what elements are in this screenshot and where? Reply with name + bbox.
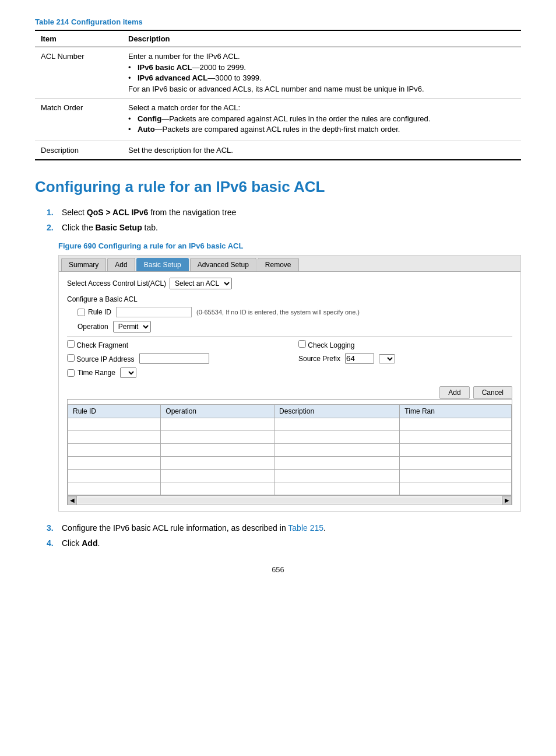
configure-basic-acl-label: Configure a Basic ACL	[67, 295, 512, 303]
step-2: 2. Click the Basic Setup tab.	[47, 223, 521, 232]
table-row	[68, 444, 512, 457]
col-description: Description	[275, 405, 400, 418]
source-ip-label[interactable]: Source IP Address	[67, 354, 135, 363]
tab-add[interactable]: Add	[107, 258, 135, 271]
ui-panel: Summary Add Basic Setup Advanced Setup R…	[58, 255, 521, 512]
item-description: Set the description for the ACL.	[122, 141, 521, 160]
check-fragment-col: Check Fragment	[67, 340, 281, 349]
rule-id-input[interactable]	[116, 307, 192, 317]
time-range-select[interactable]	[120, 368, 136, 378]
time-range-row: Time Range	[67, 368, 512, 378]
tab-remove[interactable]: Remove	[258, 258, 299, 271]
horizontal-scrollbar[interactable]: ◀ ▶	[68, 495, 512, 505]
check-fragment-checkbox[interactable]	[67, 340, 75, 348]
table-row	[68, 418, 512, 431]
tab-bar: Summary Add Basic Setup Advanced Setup R…	[59, 256, 520, 272]
page-number: 656	[35, 565, 521, 574]
add-button[interactable]: Add	[439, 386, 469, 399]
operation-label: Operation	[78, 323, 108, 331]
source-ip-checkbox[interactable]	[67, 354, 75, 362]
source-prefix-select[interactable]	[379, 354, 395, 363]
col-time-range: Time Ran	[400, 405, 512, 418]
check-logging-checkbox[interactable]	[298, 340, 306, 348]
check-fragment-label[interactable]: Check Fragment	[67, 340, 128, 349]
acl-select[interactable]: Select an ACL	[170, 278, 232, 289]
table-row: Match Order Select a match order for the…	[35, 99, 521, 141]
rule-id-checkbox[interactable]	[78, 309, 85, 316]
rule-id-hint: (0-65534, If no ID is entered, the syste…	[196, 309, 360, 316]
table-row: ACL Number Enter a number for the IPv6 A…	[35, 47, 521, 99]
step-4: 4. Click Add.	[47, 538, 521, 548]
step-3: 3. Configure the IPv6 basic ACL rule inf…	[47, 523, 521, 533]
panel-body: Select Access Control List(ACL) Select a…	[59, 272, 520, 511]
col-rule-id: Rule ID	[68, 405, 161, 418]
figure-690: Figure 690 Configuring a rule for an IPv…	[58, 242, 521, 512]
acl-select-label: Select Access Control List(ACL)	[67, 279, 166, 288]
operation-row: Operation Permit Deny	[67, 321, 512, 332]
source-ip-col: Source IP Address	[67, 353, 281, 364]
table-row	[68, 470, 512, 482]
figure-title: Figure 690 Configuring a rule for an IPv…	[58, 242, 521, 250]
table-row: Description Set the description for the …	[35, 141, 521, 160]
table-row	[68, 431, 512, 444]
scroll-left-arrow[interactable]: ◀	[68, 496, 77, 505]
check-logging-col: Check Logging	[298, 340, 512, 349]
source-prefix-col: Source Prefix	[298, 353, 512, 364]
scroll-track[interactable]	[78, 498, 501, 503]
table-row	[68, 457, 512, 470]
item-label: Description	[35, 141, 122, 160]
fragment-logging-row: Check Fragment Check Logging	[67, 340, 512, 349]
col-header-description: Description	[122, 30, 521, 47]
tab-basic-setup[interactable]: Basic Setup	[136, 258, 189, 271]
source-ip-input[interactable]	[139, 353, 209, 364]
tab-advanced-setup[interactable]: Advanced Setup	[190, 258, 256, 271]
scroll-right-arrow[interactable]: ▶	[502, 496, 512, 505]
steps-list: 1. Select QoS > ACL IPv6 from the naviga…	[47, 208, 521, 232]
check-logging-label[interactable]: Check Logging	[298, 340, 354, 349]
button-row: Add Cancel	[67, 383, 512, 399]
rule-id-row: Rule ID (0-65534, If no ID is entered, t…	[67, 307, 512, 317]
table-scroll-inner: Rule ID Operation Description Time Ran	[68, 400, 512, 495]
tab-summary[interactable]: Summary	[61, 258, 106, 271]
col-operation: Operation	[161, 405, 275, 418]
operation-select[interactable]: Permit Deny	[113, 321, 151, 332]
steps-3-4: 3. Configure the IPv6 basic ACL rule inf…	[47, 523, 521, 548]
config-table: Item Description ACL Number Enter a numb…	[35, 30, 521, 160]
table-215-link[interactable]: Table 215	[288, 523, 323, 533]
col-header-item: Item	[35, 30, 122, 47]
source-ip-row: Source IP Address Source Prefix	[67, 353, 512, 364]
item-description: Enter a number for the IPv6 ACL. IPv6 ba…	[122, 47, 521, 99]
table-row	[68, 482, 512, 495]
source-prefix-label: Source Prefix	[298, 355, 340, 363]
item-label: ACL Number	[35, 47, 122, 99]
section-heading: Configuring a rule for an IPv6 basic ACL	[35, 178, 521, 196]
time-range-checkbox[interactable]	[67, 369, 75, 377]
results-table-container: Rule ID Operation Description Time Ran	[67, 399, 512, 505]
rule-id-label[interactable]: Rule ID	[78, 308, 111, 316]
item-label: Match Order	[35, 99, 122, 141]
acl-select-row: Select Access Control List(ACL) Select a…	[67, 278, 512, 289]
table-214-title: Table 214 Configuration items	[35, 18, 521, 26]
time-range-label[interactable]: Time Range	[67, 369, 115, 377]
step-1: 1. Select QoS > ACL IPv6 from the naviga…	[47, 208, 521, 217]
item-description: Select a match order for the ACL: Config…	[122, 99, 521, 141]
results-table: Rule ID Operation Description Time Ran	[68, 404, 512, 495]
table-214-section: Table 214 Configuration items Item Descr…	[35, 18, 521, 160]
cancel-button[interactable]: Cancel	[473, 386, 512, 399]
source-prefix-input[interactable]	[345, 353, 374, 364]
